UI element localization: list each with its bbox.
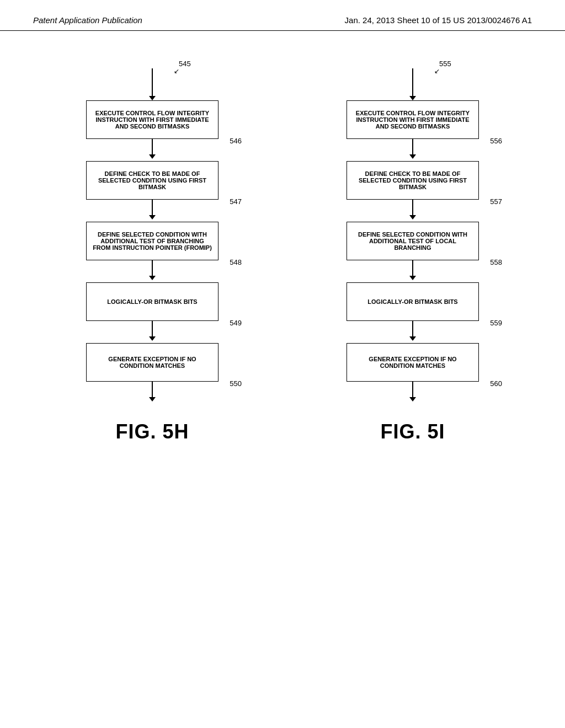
step-num-558: 558 <box>490 258 502 266</box>
publication-info: Jan. 24, 2013 Sheet 10 of 15 US 2013/002… <box>345 15 532 25</box>
arrow-5i-5 <box>409 382 416 404</box>
arrow-5i-3 <box>409 260 416 282</box>
top-arrowhead-5h <box>149 96 156 100</box>
arrow-5h-2 <box>149 200 156 222</box>
step-box-546: EXECUTE CONTROL FLOW INTEGRITY INSTRUCTI… <box>86 100 218 139</box>
top-entry-5h: 545 ↙ <box>86 64 218 100</box>
flowchart-5i: 555 ↙ EXECUTE CONTROL FLOW INTEGRITY INS… <box>319 64 507 443</box>
step-box-556: EXECUTE CONTROL FLOW INTEGRITY INSTRUCTI… <box>347 100 479 139</box>
step-num-556: 556 <box>490 137 502 145</box>
step-box-559: LOGICALLY-OR BITMASK BITS <box>347 282 479 321</box>
page-header: Patent Application Publication Jan. 24, … <box>0 0 565 31</box>
step-num-549: 549 <box>230 319 242 327</box>
step-box-557: DEFINE CHECK TO BE MADE OF SELECTED COND… <box>347 161 479 200</box>
step-num-550: 550 <box>230 379 242 388</box>
figure-label-5h: FIG. 5H <box>115 420 189 443</box>
arrow-5i-4 <box>409 321 416 343</box>
arrow-5h-4 <box>149 321 156 343</box>
main-content: 545 ↙ EXECUTE CONTROL FLOW INTEGRITY INS… <box>0 42 565 443</box>
step-num-559: 559 <box>490 319 502 327</box>
top-curve-5i: ↙ <box>434 67 440 75</box>
arrow-5h-3 <box>149 260 156 282</box>
top-entry-5i: 555 ↙ <box>347 64 479 100</box>
top-line-5h <box>152 68 153 96</box>
top-curve-5h: ↙ <box>174 67 179 75</box>
arrow-5i-1 <box>409 139 416 161</box>
top-arrowhead-5i <box>409 96 416 100</box>
step-box-558: DEFINE SELECTED CONDITION WITH ADDITIONA… <box>347 222 479 260</box>
figure-label-5i: FIG. 5I <box>380 420 445 443</box>
step-num-548: 548 <box>230 258 242 266</box>
step-box-549: LOGICALLY-OR BITMASK BITS <box>86 282 218 321</box>
step-box-547: DEFINE CHECK TO BE MADE OF SELECTED COND… <box>86 161 218 200</box>
step-num-555: 555 <box>439 60 451 68</box>
flowchart-5h: 545 ↙ EXECUTE CONTROL FLOW INTEGRITY INS… <box>58 64 246 443</box>
publication-label: Patent Application Publication <box>33 15 142 25</box>
step-num-546: 546 <box>230 137 242 145</box>
step-box-548: DEFINE SELECTED CONDITION WITH ADDITIONA… <box>86 222 218 260</box>
step-box-550: GENERATE EXCEPTION IF NO CONDITION MATCH… <box>86 343 218 382</box>
step-num-560: 560 <box>490 379 502 388</box>
arrow-5h-1 <box>149 139 156 161</box>
arrow-5i-2 <box>409 200 416 222</box>
step-num-557: 557 <box>490 197 502 206</box>
step-box-560: GENERATE EXCEPTION IF NO CONDITION MATCH… <box>347 343 479 382</box>
step-num-545: 545 <box>179 60 191 68</box>
step-num-547: 547 <box>230 197 242 206</box>
top-line-5i <box>412 68 413 96</box>
arrow-5h-5 <box>149 382 156 404</box>
